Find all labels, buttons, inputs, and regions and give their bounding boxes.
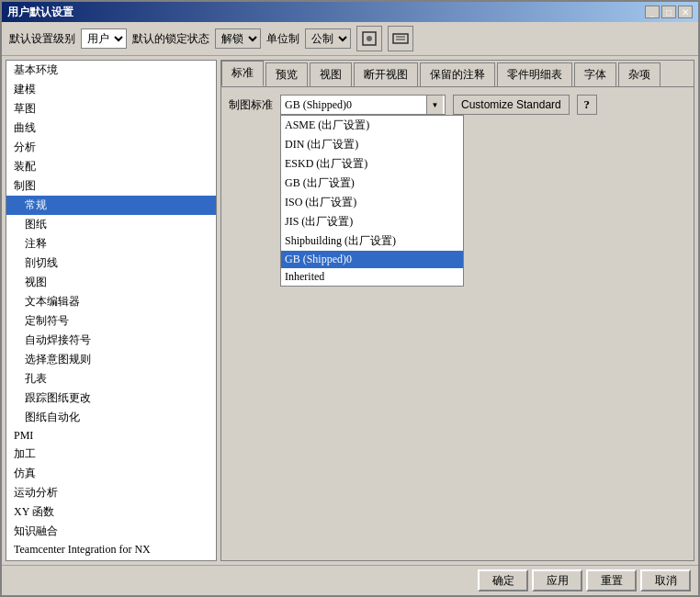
apply-button[interactable]: 应用 — [532, 569, 582, 591]
left-panel-item[interactable]: Teamcenter Integration for NX — [6, 541, 216, 558]
dropdown-option[interactable]: Inherited — [281, 268, 463, 286]
bottom-bar: 确定 应用 重置 取消 — [2, 565, 698, 595]
dropdown-option[interactable]: DIN (出厂设置) — [281, 135, 463, 154]
left-panel-item[interactable]: 孔表 — [6, 369, 216, 389]
dropdown-arrow-icon: ▼ — [426, 96, 443, 114]
left-panel-item[interactable]: 仿真 — [6, 464, 216, 483]
tabs-bar: 标准预览视图断开视图保留的注释零件明细表字体杂项 — [221, 61, 694, 87]
left-panel-item[interactable]: 跟踪图纸更改 — [6, 389, 216, 408]
left-panel-item[interactable]: 知识融合 — [6, 522, 216, 541]
drawing-standard-dropdown[interactable]: GB (Shipped)0 ▼ ASME (出厂设置)DIN (出厂设置)ESK… — [280, 95, 446, 115]
unit-label: 单位制 — [266, 31, 299, 47]
left-panel-item[interactable]: 图纸自动化 — [6, 408, 216, 427]
toolbar: 默认设置级别 用户 默认的锁定状态 解锁 单位制 公制 — [2, 22, 698, 56]
drawing-standard-dropdown-btn[interactable]: GB (Shipped)0 ▼ — [280, 95, 446, 115]
help-button[interactable]: ? — [577, 95, 597, 115]
tab-断开视图[interactable]: 断开视图 — [354, 62, 418, 86]
tab-杂项[interactable]: 杂项 — [618, 62, 660, 86]
left-panel-item[interactable]: 视图 — [6, 273, 216, 292]
tab-保留的注释[interactable]: 保留的注释 — [420, 62, 495, 86]
left-panel-item[interactable]: 剖切线 — [6, 253, 216, 273]
tab-标准[interactable]: 标准 — [221, 61, 264, 86]
left-panel-item[interactable]: 定制符号 — [6, 311, 216, 331]
left-panel-item[interactable]: 制图 — [6, 176, 216, 196]
left-panel-item[interactable]: 图纸 — [6, 215, 216, 234]
left-panel-item[interactable]: 注释 — [6, 234, 216, 253]
selected-value: GB (Shipped)0 — [285, 98, 426, 112]
icon-btn-1[interactable] — [356, 26, 382, 51]
drawing-standard-row: 制图标准 GB (Shipped)0 ▼ ASME (出厂设置)DIN (出厂设… — [229, 95, 686, 115]
left-panel-item[interactable]: 运动分析 — [6, 483, 216, 502]
maximize-button[interactable]: □ — [661, 6, 676, 18]
left-panel-item[interactable]: 钣金 — [6, 558, 216, 561]
left-panel-item[interactable]: 自动焊接符号 — [6, 331, 216, 350]
tab-content: 制图标准 GB (Shipped)0 ▼ ASME (出厂设置)DIN (出厂设… — [221, 87, 694, 560]
ok-button[interactable]: 确定 — [478, 569, 528, 591]
default-level-select[interactable]: 用户 — [81, 28, 127, 49]
unit-select[interactable]: 公制 — [305, 28, 351, 49]
dropdown-list: ASME (出厂设置)DIN (出厂设置)ESKD (出厂设置)GB (出厂设置… — [280, 115, 464, 287]
dropdown-option[interactable]: ESKD (出厂设置) — [281, 154, 463, 174]
default-level-label: 默认设置级别 — [9, 31, 75, 47]
left-panel-item[interactable]: 选择意图规则 — [6, 350, 216, 369]
customize-standard-button[interactable]: Customize Standard — [453, 95, 570, 115]
tab-零件明细表[interactable]: 零件明细表 — [497, 62, 572, 86]
svg-point-1 — [367, 36, 372, 41]
icon-btn-2[interactable] — [388, 26, 413, 51]
window-title: 用户默认设置 — [7, 5, 73, 20]
left-panel-item[interactable]: 分析 — [6, 138, 216, 157]
title-bar: 用户默认设置 _ □ ✕ — [2, 2, 698, 22]
left-panel-item[interactable]: 草图 — [6, 99, 216, 118]
tab-视图[interactable]: 视图 — [310, 62, 352, 86]
reset-button[interactable]: 重置 — [586, 569, 637, 591]
lock-state-label: 默认的锁定状态 — [132, 31, 209, 47]
tab-字体[interactable]: 字体 — [574, 62, 616, 86]
dropdown-option[interactable]: Shipbuilding (出厂设置) — [281, 231, 463, 251]
left-panel[interactable]: 基本环境建模草图曲线分析装配制图常规图纸注释剖切线视图文本编辑器定制符号自动焊接… — [6, 60, 217, 561]
dropdown-option[interactable]: GB (出厂设置) — [281, 174, 463, 193]
left-panel-item[interactable]: PMI — [6, 427, 216, 445]
left-panel-item[interactable]: XY 函数 — [6, 502, 216, 522]
minimize-button[interactable]: _ — [645, 6, 660, 18]
dropdown-option[interactable]: JIS (出厂设置) — [281, 212, 463, 231]
svg-rect-2 — [393, 34, 408, 43]
close-button[interactable]: ✕ — [678, 6, 693, 18]
left-panel-item[interactable]: 装配 — [6, 157, 216, 176]
left-panel-item[interactable]: 加工 — [6, 445, 216, 464]
left-panel-item[interactable]: 基本环境 — [6, 61, 216, 80]
tab-预览[interactable]: 预览 — [265, 62, 308, 86]
left-panel-item[interactable]: 常规 — [6, 196, 216, 215]
drawing-standard-label: 制图标准 — [229, 97, 273, 113]
dropdown-option[interactable]: GB (Shipped)0 — [281, 251, 463, 268]
dropdown-option[interactable]: ISO (出厂设置) — [281, 193, 463, 212]
right-panel: 标准预览视图断开视图保留的注释零件明细表字体杂项 制图标准 GB (Shippe… — [220, 60, 694, 561]
main-content: 基本环境建模草图曲线分析装配制图常规图纸注释剖切线视图文本编辑器定制符号自动焊接… — [2, 56, 698, 565]
left-panel-item[interactable]: 建模 — [6, 80, 216, 99]
cancel-button[interactable]: 取消 — [640, 569, 691, 591]
dropdown-option[interactable]: ASME (出厂设置) — [281, 116, 463, 135]
left-panel-item[interactable]: 曲线 — [6, 118, 216, 138]
title-bar-buttons: _ □ ✕ — [645, 6, 693, 18]
main-window: 用户默认设置 _ □ ✕ 默认设置级别 用户 默认的锁定状态 解锁 单位制 公制 — [0, 0, 700, 597]
lock-state-select[interactable]: 解锁 — [215, 28, 261, 49]
left-panel-item[interactable]: 文本编辑器 — [6, 292, 216, 311]
